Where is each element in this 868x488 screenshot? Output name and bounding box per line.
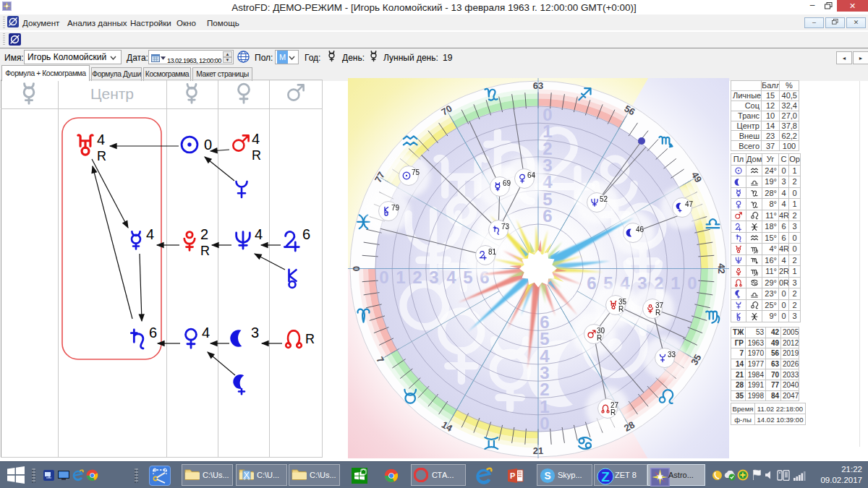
svg-text:0: 0 (379, 267, 388, 287)
svg-text:2: 2 (200, 226, 208, 242)
svg-text:75: 75 (412, 168, 420, 176)
svg-text:Z: Z (601, 469, 610, 484)
svg-text:R: R (610, 408, 616, 416)
svg-text:64: 64 (527, 171, 536, 179)
svg-text:R: R (305, 332, 315, 346)
svg-text:3: 3 (540, 363, 549, 382)
svg-text:3: 3 (429, 267, 438, 287)
svg-text:4: 4 (446, 267, 456, 287)
svg-text:6: 6 (542, 206, 552, 226)
svg-text:2: 2 (412, 267, 422, 287)
svg-text:79: 79 (391, 204, 400, 212)
svg-text:4: 4 (255, 226, 263, 242)
svg-text:33: 33 (668, 351, 676, 359)
svg-text:0: 0 (204, 137, 212, 153)
svg-text:6: 6 (149, 325, 157, 341)
svg-text:0: 0 (540, 414, 549, 433)
svg-text:1: 1 (396, 267, 405, 287)
svg-text:R: R (618, 305, 624, 313)
svg-text:81: 81 (488, 248, 497, 256)
svg-text:42: 42 (716, 263, 727, 273)
svg-text:21: 21 (533, 445, 543, 456)
svg-text:1: 1 (540, 397, 549, 416)
svg-text:R: R (597, 334, 602, 342)
svg-text:6: 6 (587, 273, 596, 293)
svg-text:4: 4 (540, 346, 550, 366)
svg-text:69: 69 (503, 179, 511, 187)
svg-text:4: 4 (202, 325, 210, 341)
svg-text:4: 4 (252, 131, 260, 147)
svg-text:1: 1 (542, 121, 552, 141)
svg-text:P: P (510, 471, 515, 480)
svg-text:5: 5 (540, 329, 549, 348)
svg-text:0: 0 (687, 273, 697, 293)
svg-text:S: S (544, 471, 550, 481)
svg-text:63: 63 (533, 80, 543, 91)
svg-text:R: R (97, 149, 106, 163)
svg-text:4: 4 (97, 132, 105, 147)
svg-text:6: 6 (302, 226, 310, 242)
svg-text:4: 4 (146, 226, 154, 242)
svg-text:Центр: Центр (90, 85, 134, 102)
svg-text:2: 2 (540, 380, 549, 399)
svg-text:47: 47 (685, 200, 694, 208)
svg-text:52: 52 (600, 195, 608, 203)
svg-text:46: 46 (636, 226, 644, 234)
svg-text:0: 0 (351, 266, 362, 271)
svg-text:R: R (252, 148, 261, 163)
svg-text:6: 6 (540, 312, 549, 332)
svg-text:73: 73 (501, 223, 510, 231)
svg-text:R: R (655, 309, 660, 317)
svg-text:1: 1 (671, 273, 680, 293)
svg-text:R: R (200, 244, 210, 258)
svg-text:3: 3 (251, 325, 259, 341)
